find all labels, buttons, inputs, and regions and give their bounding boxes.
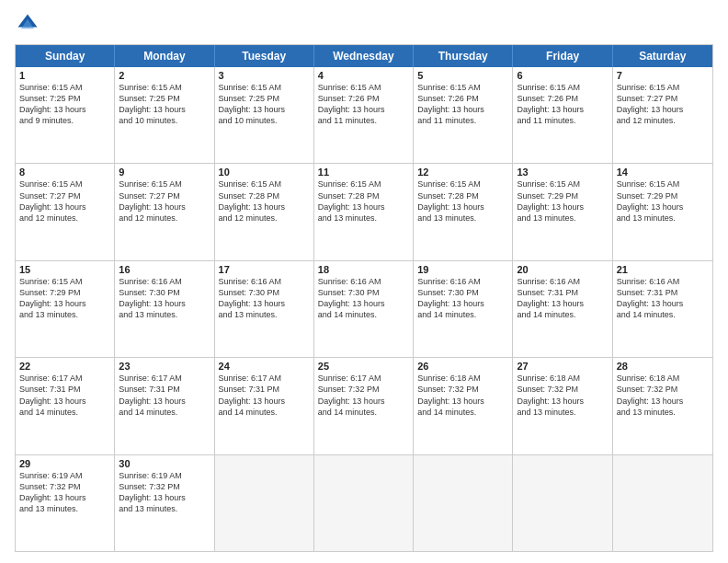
cal-row-1: 1Sunrise: 6:15 AM Sunset: 7:25 PM Daylig… [16, 67, 712, 163]
cal-cell-empty [613, 455, 712, 551]
cell-day-number: 15 [19, 264, 110, 275]
cell-info-text: Sunrise: 6:15 AM Sunset: 7:29 PM Dayligh… [19, 276, 110, 321]
cell-info-text: Sunrise: 6:15 AM Sunset: 7:27 PM Dayligh… [119, 178, 210, 224]
cell-day-number: 16 [119, 264, 210, 275]
cal-cell-29: 29Sunrise: 6:19 AM Sunset: 7:32 PM Dayli… [16, 455, 115, 551]
cell-day-number: 22 [19, 361, 110, 372]
cal-cell-17: 17Sunrise: 6:16 AM Sunset: 7:30 PM Dayli… [215, 261, 314, 357]
calendar-body: 1Sunrise: 6:15 AM Sunset: 7:25 PM Daylig… [16, 67, 712, 551]
cell-info-text: Sunrise: 6:16 AM Sunset: 7:30 PM Dayligh… [119, 276, 210, 321]
cell-info-text: Sunrise: 6:18 AM Sunset: 7:32 PM Dayligh… [517, 373, 608, 418]
calendar-header: SundayMondayTuesdayWednesdayThursdayFrid… [16, 45, 712, 67]
cell-info-text: Sunrise: 6:16 AM Sunset: 7:31 PM Dayligh… [517, 276, 608, 321]
cell-info-text: Sunrise: 6:15 AM Sunset: 7:28 PM Dayligh… [417, 178, 508, 224]
cell-day-number: 26 [417, 361, 508, 372]
cal-cell-30: 30Sunrise: 6:19 AM Sunset: 7:32 PM Dayli… [115, 455, 214, 551]
cell-info-text: Sunrise: 6:15 AM Sunset: 7:27 PM Dayligh… [617, 82, 709, 127]
cell-info-text: Sunrise: 6:15 AM Sunset: 7:27 PM Dayligh… [19, 178, 110, 224]
calendar: SundayMondayTuesdayWednesdayThursdayFrid… [15, 44, 713, 552]
cell-day-number: 11 [318, 167, 409, 178]
cal-cell-22: 22Sunrise: 6:17 AM Sunset: 7:31 PM Dayli… [16, 358, 115, 454]
cal-cell-9: 9Sunrise: 6:15 AM Sunset: 7:27 PM Daylig… [115, 164, 214, 259]
header-day-wednesday: Wednesday [314, 45, 414, 67]
cell-info-text: Sunrise: 6:15 AM Sunset: 7:25 PM Dayligh… [19, 82, 110, 127]
cell-info-text: Sunrise: 6:16 AM Sunset: 7:30 PM Dayligh… [318, 276, 409, 321]
cell-day-number: 5 [417, 70, 508, 81]
cell-day-number: 19 [417, 264, 508, 275]
cell-day-number: 7 [617, 70, 709, 81]
cell-day-number: 28 [617, 361, 709, 372]
cell-day-number: 18 [318, 264, 409, 275]
cell-day-number: 9 [119, 167, 210, 178]
cell-info-text: Sunrise: 6:15 AM Sunset: 7:26 PM Dayligh… [318, 82, 409, 127]
cell-day-number: 23 [119, 361, 210, 372]
cell-info-text: Sunrise: 6:15 AM Sunset: 7:28 PM Dayligh… [318, 178, 409, 224]
cell-info-text: Sunrise: 6:19 AM Sunset: 7:32 PM Dayligh… [19, 470, 110, 515]
header-day-saturday: Saturday [613, 45, 712, 67]
cell-info-text: Sunrise: 6:16 AM Sunset: 7:30 PM Dayligh… [219, 276, 310, 321]
cal-cell-21: 21Sunrise: 6:16 AM Sunset: 7:31 PM Dayli… [613, 261, 712, 357]
cell-day-number: 14 [617, 167, 709, 178]
cell-day-number: 21 [617, 264, 709, 275]
cell-info-text: Sunrise: 6:18 AM Sunset: 7:32 PM Dayligh… [617, 373, 709, 418]
logo-icon [15, 11, 40, 37]
cell-day-number: 1 [19, 70, 110, 81]
cal-cell-18: 18Sunrise: 6:16 AM Sunset: 7:30 PM Dayli… [314, 261, 414, 357]
cell-day-number: 13 [517, 167, 608, 178]
cell-info-text: Sunrise: 6:16 AM Sunset: 7:30 PM Dayligh… [417, 276, 508, 321]
cell-info-text: Sunrise: 6:17 AM Sunset: 7:32 PM Dayligh… [318, 373, 409, 418]
cal-cell-6: 6Sunrise: 6:15 AM Sunset: 7:26 PM Daylig… [513, 67, 612, 163]
cal-cell-26: 26Sunrise: 6:18 AM Sunset: 7:32 PM Dayli… [414, 358, 513, 454]
cal-cell-empty [215, 455, 314, 551]
cell-info-text: Sunrise: 6:15 AM Sunset: 7:29 PM Dayligh… [617, 178, 709, 224]
cell-info-text: Sunrise: 6:18 AM Sunset: 7:32 PM Dayligh… [417, 373, 508, 418]
cell-info-text: Sunrise: 6:15 AM Sunset: 7:25 PM Dayligh… [219, 82, 310, 127]
cal-cell-16: 16Sunrise: 6:16 AM Sunset: 7:30 PM Dayli… [115, 261, 214, 357]
cal-cell-8: 8Sunrise: 6:15 AM Sunset: 7:27 PM Daylig… [16, 164, 115, 259]
cell-info-text: Sunrise: 6:16 AM Sunset: 7:31 PM Dayligh… [617, 276, 709, 321]
cell-day-number: 29 [19, 458, 110, 469]
logo [15, 11, 44, 37]
cal-cell-empty [314, 455, 414, 551]
cell-day-number: 20 [517, 264, 608, 275]
header-day-friday: Friday [513, 45, 612, 67]
cell-info-text: Sunrise: 6:15 AM Sunset: 7:29 PM Dayligh… [517, 178, 608, 224]
cal-cell-20: 20Sunrise: 6:16 AM Sunset: 7:31 PM Dayli… [513, 261, 612, 357]
cal-cell-3: 3Sunrise: 6:15 AM Sunset: 7:25 PM Daylig… [215, 67, 314, 163]
cell-day-number: 12 [417, 167, 508, 178]
cal-cell-19: 19Sunrise: 6:16 AM Sunset: 7:30 PM Dayli… [414, 261, 513, 357]
cell-day-number: 2 [119, 70, 210, 81]
cell-info-text: Sunrise: 6:17 AM Sunset: 7:31 PM Dayligh… [119, 373, 210, 418]
cell-info-text: Sunrise: 6:17 AM Sunset: 7:31 PM Dayligh… [219, 373, 310, 418]
cal-cell-5: 5Sunrise: 6:15 AM Sunset: 7:26 PM Daylig… [414, 67, 513, 163]
page: SundayMondayTuesdayWednesdayThursdayFrid… [0, 0, 728, 563]
cell-info-text: Sunrise: 6:19 AM Sunset: 7:32 PM Dayligh… [119, 470, 210, 515]
cell-info-text: Sunrise: 6:15 AM Sunset: 7:26 PM Dayligh… [417, 82, 508, 127]
cal-row-4: 22Sunrise: 6:17 AM Sunset: 7:31 PM Dayli… [16, 357, 712, 454]
cal-cell-2: 2Sunrise: 6:15 AM Sunset: 7:25 PM Daylig… [115, 67, 214, 163]
cell-day-number: 24 [219, 361, 310, 372]
cal-cell-25: 25Sunrise: 6:17 AM Sunset: 7:32 PM Dayli… [314, 358, 414, 454]
cal-cell-12: 12Sunrise: 6:15 AM Sunset: 7:28 PM Dayli… [414, 164, 513, 259]
cal-cell-28: 28Sunrise: 6:18 AM Sunset: 7:32 PM Dayli… [613, 358, 712, 454]
cell-day-number: 6 [517, 70, 608, 81]
cal-cell-10: 10Sunrise: 6:15 AM Sunset: 7:28 PM Dayli… [215, 164, 314, 259]
cell-info-text: Sunrise: 6:15 AM Sunset: 7:28 PM Dayligh… [219, 178, 310, 224]
header-day-tuesday: Tuesday [215, 45, 314, 67]
cell-info-text: Sunrise: 6:15 AM Sunset: 7:25 PM Dayligh… [119, 82, 210, 127]
cal-row-5: 29Sunrise: 6:19 AM Sunset: 7:32 PM Dayli… [16, 454, 712, 551]
header-day-thursday: Thursday [414, 45, 513, 67]
cal-cell-4: 4Sunrise: 6:15 AM Sunset: 7:26 PM Daylig… [314, 67, 414, 163]
cell-info-text: Sunrise: 6:17 AM Sunset: 7:31 PM Dayligh… [19, 373, 110, 418]
cell-day-number: 4 [318, 70, 409, 81]
cal-cell-24: 24Sunrise: 6:17 AM Sunset: 7:31 PM Dayli… [215, 358, 314, 454]
cell-day-number: 17 [219, 264, 310, 275]
header-day-sunday: Sunday [16, 45, 115, 67]
cell-day-number: 30 [119, 458, 210, 469]
cal-cell-11: 11Sunrise: 6:15 AM Sunset: 7:28 PM Dayli… [314, 164, 414, 259]
header-day-monday: Monday [115, 45, 214, 67]
cell-day-number: 25 [318, 361, 409, 372]
cal-cell-13: 13Sunrise: 6:15 AM Sunset: 7:29 PM Dayli… [513, 164, 612, 259]
cal-cell-23: 23Sunrise: 6:17 AM Sunset: 7:31 PM Dayli… [115, 358, 214, 454]
cal-cell-1: 1Sunrise: 6:15 AM Sunset: 7:25 PM Daylig… [16, 67, 115, 163]
